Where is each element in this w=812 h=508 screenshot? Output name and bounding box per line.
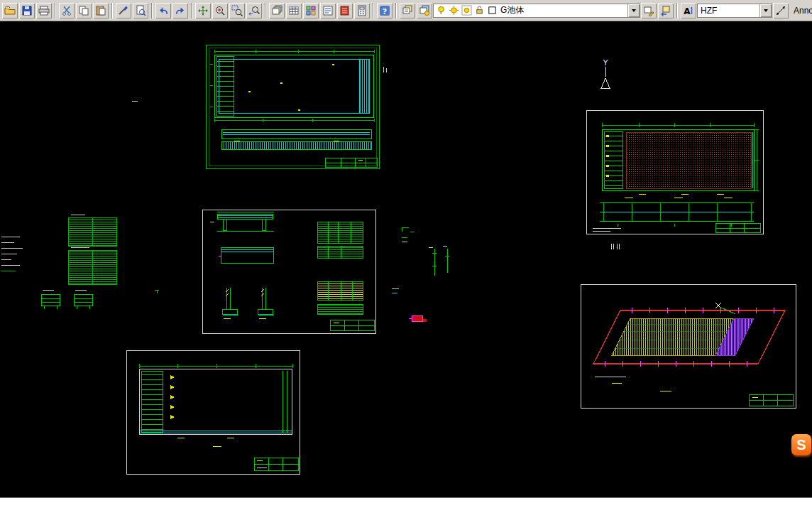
cut-button[interactable] <box>59 3 75 18</box>
current-layer-name: G池体 <box>500 4 524 16</box>
plot-button[interactable] <box>36 3 52 18</box>
svg-text:Y: Y <box>603 58 608 67</box>
title-block <box>715 224 761 233</box>
model-space[interactable]: Y <box>0 21 812 497</box>
open-icon <box>4 5 16 16</box>
schedule-table <box>318 222 363 315</box>
quickcalc-button[interactable] <box>354 3 370 18</box>
dot-hatch-region <box>626 132 751 188</box>
sheet-set-button[interactable] <box>320 3 336 18</box>
quickcalc-icon <box>356 5 368 16</box>
layer-vp-thaw-icon[interactable] <box>461 5 472 16</box>
layer-previous-button[interactable] <box>658 3 674 18</box>
layer-states-icon <box>419 5 430 16</box>
designcenter-icon <box>305 5 317 16</box>
title-block <box>254 458 299 471</box>
zoom-realtime-icon <box>214 5 226 16</box>
annotation-style-label[interactable]: Annotati <box>794 6 812 16</box>
left-schedule-tables[interactable] <box>69 215 117 285</box>
copy-button[interactable] <box>76 3 92 18</box>
open-button[interactable] <box>2 3 18 18</box>
text-style-combobox[interactable]: HZF <box>697 4 772 18</box>
svg-text:A: A <box>684 6 691 16</box>
pan-icon <box>197 5 209 16</box>
svg-text:?: ? <box>383 6 387 16</box>
table-icon <box>288 5 300 16</box>
paste-icon <box>95 5 106 16</box>
drawing-sheet-plan-bottom[interactable] <box>127 351 300 475</box>
layer-dropdown-arrow[interactable] <box>627 4 640 17</box>
drawing-sheet-hatched-plan[interactable] <box>587 111 764 234</box>
text-style-dropdown-arrow[interactable] <box>759 4 772 17</box>
zoom-realtime-button[interactable] <box>212 3 228 18</box>
plot-preview-icon <box>135 5 146 16</box>
title-block <box>330 320 375 331</box>
redo-button[interactable] <box>172 3 188 18</box>
model-space-canvas[interactable]: Y <box>0 21 812 497</box>
dbconnect-icon <box>339 5 351 16</box>
layer-manager-button[interactable] <box>400 3 415 18</box>
layer-thaw-icon[interactable] <box>449 5 459 16</box>
red-marker[interactable] <box>412 315 422 321</box>
layer-previous-icon <box>660 5 671 16</box>
command-bar[interactable] <box>0 497 812 508</box>
help-button[interactable]: ? <box>377 3 393 18</box>
toolbar-separator <box>676 3 678 18</box>
help-icon: ? <box>379 5 390 16</box>
drawing-sheet-details[interactable] <box>203 210 376 334</box>
layer-color-swatch[interactable] <box>487 5 498 16</box>
match-properties-icon <box>118 5 129 16</box>
dbconnect-button[interactable] <box>337 3 353 18</box>
watermark-letter: S <box>796 437 806 453</box>
dim-style-button[interactable] <box>773 3 789 18</box>
text-style-icon: A <box>683 5 694 16</box>
dim-style-icon <box>775 5 786 16</box>
chevron-down-icon <box>632 9 636 12</box>
designcenter-button[interactable] <box>303 3 319 18</box>
layer-unlock-icon[interactable] <box>474 5 485 16</box>
layer-manager-icon <box>402 5 413 16</box>
zoom-window-icon <box>231 5 243 16</box>
ladder-hatch <box>217 57 234 117</box>
toolbar-separator <box>111 3 113 18</box>
toolbar-separator <box>55 3 56 18</box>
chevron-down-icon <box>764 9 768 12</box>
zoom-previous-button[interactable] <box>246 3 262 18</box>
drawing-sheet-plan-top[interactable] <box>207 45 380 169</box>
make-layer-current-button[interactable] <box>641 3 657 18</box>
toolbar-separator <box>151 3 153 18</box>
left-edge-notes <box>1 237 23 271</box>
save-icon <box>21 5 33 16</box>
undo-button[interactable] <box>155 3 171 18</box>
toolbar-separator <box>373 3 374 18</box>
pier-detail <box>223 288 275 318</box>
plot-preview-button[interactable] <box>133 3 148 18</box>
layer-on-icon[interactable] <box>436 5 446 16</box>
scattered-detail-marks[interactable] <box>132 67 449 322</box>
layer-combobox[interactable]: G池体 <box>433 4 640 18</box>
zoom-window-button[interactable] <box>229 3 245 18</box>
redo-icon <box>175 5 186 16</box>
layer-properties-icon <box>271 5 282 16</box>
layer-states-button[interactable] <box>417 3 432 18</box>
toolbar-separator <box>395 3 397 18</box>
axis-marker[interactable]: Y <box>601 58 610 88</box>
save-button[interactable] <box>19 3 35 18</box>
pan-button[interactable] <box>195 3 211 18</box>
table-button[interactable] <box>286 3 302 18</box>
undo-icon <box>158 5 169 16</box>
cut-icon <box>61 5 72 16</box>
watermark-logo: S <box>791 434 811 455</box>
copy-icon <box>78 5 89 16</box>
left-small-details[interactable] <box>41 290 93 309</box>
paste-button[interactable] <box>93 3 109 18</box>
toolbar-separator <box>265 3 266 18</box>
flow-arrows <box>170 375 175 419</box>
top-toolbar: ? G池体 A HZF Annotati <box>0 0 812 21</box>
text-style-value: HZF <box>701 6 717 16</box>
drawing-sheet-3d-slab[interactable] <box>581 285 796 409</box>
match-properties-button[interactable] <box>116 3 131 18</box>
text-style-button[interactable]: A <box>681 3 696 18</box>
layer-properties-button[interactable] <box>269 3 285 18</box>
zoom-previous-icon <box>248 5 260 16</box>
